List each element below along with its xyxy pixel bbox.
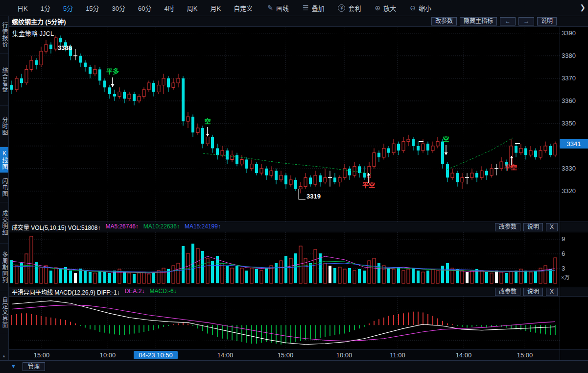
macd-panel-header: 平滑异同平均线 MACD(12,26,9) DIFF:-1↓DEA:2↓MACD… [9, 287, 588, 297]
time-axis-label: 15:00 [263, 351, 307, 359]
volume-axis-unit: ×万 [561, 273, 569, 281]
chart-title: 螺纹钢主力 (5分钟) [12, 17, 66, 26]
indicator-value: MA15:24199↑ [185, 223, 221, 231]
period-custom[interactable]: 自定义 [234, 3, 253, 13]
manage-tab[interactable]: 管理 [23, 362, 45, 371]
zoom-in-tool[interactable]: ⊕放大 [375, 3, 396, 13]
indicator-value: MA5:26746↑ [105, 223, 138, 231]
left-sidebar: 行情报价综合看盘分时图K线图闪电图成交明细多周期同列自定义界面 [0, 16, 9, 360]
sidebar-item-quotes[interactable]: 行情报价 [0, 16, 8, 54]
price-axis-label: 3330 [562, 165, 576, 172]
sidebar-item-overview[interactable]: 综合看盘 [0, 54, 8, 106]
time-axis-highlight[interactable]: 04-23 10:50 [134, 351, 178, 359]
volume-change-params-button[interactable]: 改参数 [495, 223, 520, 231]
overlay-tool[interactable]: ☰叠加 [303, 3, 325, 13]
trading-terminal: 日K1分5分15分30分60分4时周K月K自定义 ✎画线☰叠加¥套利⊕放大⊖缩小… [0, 0, 588, 373]
draw-line-tool[interactable]: ✎画线 [267, 3, 289, 13]
price-axis-label: 3370 [562, 75, 576, 82]
macd-change-params-button[interactable]: 改参数 [495, 288, 520, 296]
macd-help-button[interactable]: 说明 [523, 288, 543, 296]
toolbar-scroll-right-icon[interactable]: ❯ [580, 3, 586, 11]
zoom-out-icon: ⊖ [410, 4, 416, 12]
volume-panel-header: 成交量 VOL(5,10,15) VOL:51808↑MA5:26746↑MA1… [9, 222, 588, 232]
change-params-button[interactable]: 改参数 [431, 17, 457, 25]
svg-text:3388: 3388 [58, 44, 72, 51]
svg-text:3319: 3319 [306, 193, 321, 200]
indicator-value: MACD:-6↓ [149, 288, 176, 296]
period-month-k[interactable]: 月K [210, 3, 221, 13]
current-price-badge: 3341 [560, 139, 588, 149]
help-button[interactable]: 说明 [537, 17, 557, 25]
sidebar-item-kline[interactable]: K线图 [0, 147, 8, 173]
volume-chart[interactable] [9, 232, 560, 285]
prev-arrow-button[interactable]: ← [500, 17, 516, 25]
tool-label: 缩小 [419, 3, 431, 13]
volume-axis-label: 3 [562, 265, 565, 272]
kline-chart[interactable]: 3388平多空3319平空空平空 [9, 27, 560, 222]
time-axis-label: 14:00 [203, 351, 247, 359]
annotation-空: 空 [204, 118, 211, 136]
axis-divider [560, 27, 560, 360]
price-axis-label: 3390 [562, 29, 576, 37]
volume-bars [10, 236, 557, 283]
period-button-group: 日K1分5分15分30分60分4时周K月K自定义 [17, 3, 253, 13]
macd-chart[interactable] [9, 297, 560, 349]
annotation-3319: 3319 [299, 189, 321, 200]
volume-close-button[interactable]: X [546, 223, 558, 231]
candlestick-series [10, 35, 557, 193]
time-axis-label: 10:00 [322, 351, 366, 359]
time-axis-label: 15:00 [20, 351, 64, 359]
money-bag-icon: ¥ [338, 4, 345, 12]
price-axis-label: 3380 [562, 52, 576, 59]
tool-label: 放大 [383, 3, 396, 13]
sidebar-scroll-up-icon[interactable]: ▲ [2, 354, 6, 358]
period-5min[interactable]: 5分 [63, 3, 73, 13]
macd-indicator-values: 平滑异同平均线 MACD(12,26,9) DIFF:-1↓DEA:2↓MACD… [12, 288, 177, 296]
pencil-icon: ✎ [267, 4, 273, 12]
period-week-k[interactable]: 周K [187, 3, 198, 13]
scroll-down-icon[interactable]: ▼ [11, 363, 16, 369]
time-axis-label: 14:00 [442, 351, 486, 359]
sidebar-item-custom-ui[interactable]: 自定义界面 [0, 291, 8, 334]
volume-axis-label: 6 [562, 250, 565, 257]
svg-text:空: 空 [443, 135, 449, 143]
titlebar-button-group: 改参数隐藏主指标←→说明 [431, 17, 557, 25]
sidebar-item-flash[interactable]: 闪电图 [0, 173, 8, 202]
volume-help-button[interactable]: 说明 [523, 223, 543, 231]
sidebar-item-intraday[interactable]: 分时图 [0, 106, 8, 147]
arbitrage-tool[interactable]: ¥套利 [338, 3, 361, 13]
period-1min[interactable]: 1分 [41, 3, 50, 13]
layers-icon: ☰ [303, 4, 309, 12]
tool-button-group: ✎画线☰叠加¥套利⊕放大⊖缩小 [267, 3, 431, 13]
price-axis-label: 3320 [562, 187, 576, 195]
tool-label: 套利 [348, 3, 361, 13]
svg-text:空: 空 [204, 118, 211, 125]
sidebar-item-multi-period[interactable]: 多周期同列 [0, 244, 8, 291]
period-4hour[interactable]: 4时 [165, 3, 174, 13]
hide-main-indicator-button[interactable]: 隐藏主指标 [460, 17, 497, 25]
time-axis: 15:0010:0004-23 10:5014:0015:0010:0011:0… [9, 349, 588, 360]
tool-label: 叠加 [311, 3, 324, 13]
period-day-k[interactable]: 日K [17, 3, 28, 13]
period-30min[interactable]: 30分 [112, 3, 125, 13]
strategy-trendline [447, 138, 513, 170]
macd-close-button[interactable]: X [546, 288, 558, 296]
indicator-value: DEA:2↓ [125, 288, 145, 296]
time-axis-label: 10:00 [86, 351, 130, 359]
period-60min[interactable]: 60分 [138, 3, 151, 13]
indicator-value: MA10:22636↑ [143, 223, 180, 231]
tool-label: 画线 [276, 3, 289, 13]
zoom-out-tool[interactable]: ⊖缩小 [410, 3, 431, 13]
svg-text:平多: 平多 [106, 68, 119, 75]
volume-indicator-values: 成交量 VOL(5,10,15) VOL:51808↑MA5:26746↑MA1… [12, 223, 221, 231]
macd-diff-line [12, 301, 555, 345]
price-axis-label: 3360 [562, 97, 576, 104]
annotation-平多: 平多 [106, 68, 119, 87]
next-arrow-button[interactable]: → [518, 17, 534, 25]
time-axis-label: 15:00 [503, 351, 547, 359]
bottom-status-bar: ▼ 管理 [0, 360, 588, 373]
sidebar-item-trade-details[interactable]: 成交明细 [0, 202, 8, 244]
period-15min[interactable]: 15分 [86, 3, 99, 13]
time-axis-label: 11:00 [376, 351, 420, 359]
top-toolbar: 日K1分5分15分30分60分4时周K月K自定义 ✎画线☰叠加¥套利⊕放大⊖缩小… [0, 0, 588, 16]
